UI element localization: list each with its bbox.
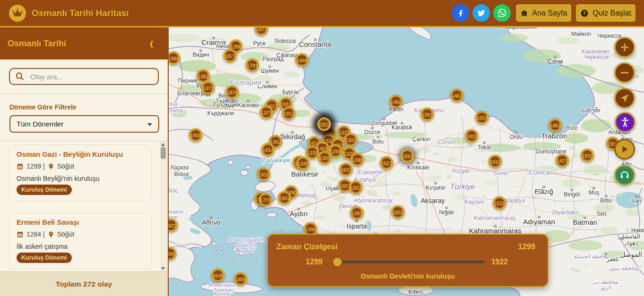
svg-text:Kahramanmaraş: Kahramanmaraş (474, 215, 516, 221)
svg-text:Rize: Rize (566, 125, 577, 131)
svg-text:Van: Van (632, 198, 641, 204)
svg-text:Tekirdağ: Tekirdağ (280, 133, 305, 141)
svg-text:България: България (230, 78, 261, 86)
svg-text:Uşak: Uşak (326, 185, 339, 192)
svg-text:Хасково: Хасково (237, 102, 259, 109)
svg-text:Hakkâ: Hakkâ (631, 227, 644, 234)
svg-text:Διοίκηση: Διοίκηση (235, 242, 256, 248)
svg-text:Bitlis: Bitlis (600, 197, 612, 204)
svg-text:Trabzon: Trabzon (541, 132, 567, 140)
svg-text:Ordu: Ordu (510, 134, 523, 140)
svg-text:рна: рна (169, 100, 178, 107)
svg-text:Kıbrıs: Kıbrıs (408, 289, 423, 296)
svg-text:τρωμένη: τρωμένη (169, 209, 183, 214)
svg-text:Αποκεντρωμένη: Αποκεντρωμένη (227, 237, 264, 242)
svg-text:Новороссийск: Новороссийск (500, 27, 537, 30)
svg-text:Adıyaman: Adıyaman (523, 218, 555, 226)
svg-text:Malatya: Malatya (504, 197, 525, 204)
svg-text:القامشلي: القامشلي (618, 233, 640, 240)
svg-text:Diyarbakır: Diyarbakır (552, 209, 580, 216)
svg-text:محافظة الحسكة: محافظة الحسكة (574, 254, 609, 259)
svg-text:Elâzığ: Elâzığ (535, 188, 553, 195)
svg-text:Çanakkale: Çanakkale (261, 157, 290, 164)
svg-text:Karabük: Karabük (392, 124, 413, 131)
svg-text:Isparta: Isparta (347, 222, 367, 230)
svg-text:Aksaray: Aksaray (421, 197, 445, 204)
svg-text:Kayseri: Kayseri (464, 199, 485, 205)
svg-text:Αιγαίου: Αιγαίου (237, 248, 254, 254)
svg-text:?: ? (583, 10, 586, 16)
svg-text:Видин: Видин (192, 51, 209, 58)
svg-text:Кърджали: Кърджали (207, 110, 234, 117)
svg-text:Sivas: Sivas (493, 169, 508, 177)
svg-text:Черкесск: Черкесск (598, 33, 622, 39)
svg-text:Batman: Batman (573, 218, 597, 226)
svg-text:Бургас: Бургас (283, 89, 300, 95)
svg-text:Bolu: Bolu (372, 138, 384, 145)
svg-text:Перник: Перник (178, 77, 197, 84)
svg-text:Αθήνα: Αθήνα (202, 219, 221, 226)
svg-text:Черкесия: Черкесия (584, 54, 609, 60)
svg-text:Tokat: Tokat (478, 144, 491, 151)
svg-text:Майкоп: Майкоп (571, 31, 591, 37)
svg-text:Constanța: Constanța (299, 40, 332, 48)
svg-text:Βόλος: Βόλος (174, 171, 190, 178)
svg-text:الموصل: الموصل (620, 251, 642, 259)
svg-text:Eskişehir: Eskişehir (358, 169, 383, 176)
svg-text:Bingöl: Bingöl (564, 191, 579, 198)
svg-text:Siirt: Siirt (597, 211, 607, 217)
svg-text:Slobozia: Slobozia (274, 38, 296, 44)
svg-text:Afyonkarahisar: Afyonkarahisar (353, 197, 393, 204)
svg-text:Düzce: Düzce (364, 129, 380, 135)
svg-text:Разград: Разград (263, 56, 283, 62)
svg-text:Шумен: Шумен (261, 68, 279, 74)
svg-text:محافظة نينوى: محافظة نينوى (609, 265, 639, 271)
svg-text:Λάρισα: Λάρισα (171, 164, 189, 171)
svg-text:λλάς: λλάς (169, 186, 179, 194)
svg-text:Yozgat: Yozgat (451, 168, 470, 174)
svg-text:ბათუმი: ბათუმი (581, 107, 601, 114)
svg-text:Türkiye: Türkiye (450, 183, 475, 191)
svg-text:Aydın: Aydın (290, 210, 308, 218)
svg-text:онија: онија (169, 107, 183, 114)
svg-text:Niğde: Niğde (439, 209, 454, 216)
svg-text:Kırıkkale: Kırıkkale (407, 164, 429, 171)
svg-text:Çorum: Çorum (438, 138, 456, 145)
svg-text:Русе: Русе (253, 40, 266, 47)
svg-text:Muş: Muş (589, 189, 600, 196)
svg-text:الزور: الزور (599, 285, 611, 291)
svg-text:Balıkesir: Balıkesir (291, 170, 318, 178)
svg-text:Сочи: Сочи (548, 58, 563, 65)
svg-text:Erzincan: Erzincan (529, 169, 553, 176)
svg-text:Çankırı: Çankırı (412, 136, 431, 143)
svg-text:Kırşehir: Kırşehir (426, 185, 445, 191)
svg-text:Κρήτης: Κρήτης (214, 291, 231, 296)
svg-text:Manisa: Manisa (295, 192, 315, 199)
svg-text:دهۆك: دهۆك (625, 240, 638, 247)
